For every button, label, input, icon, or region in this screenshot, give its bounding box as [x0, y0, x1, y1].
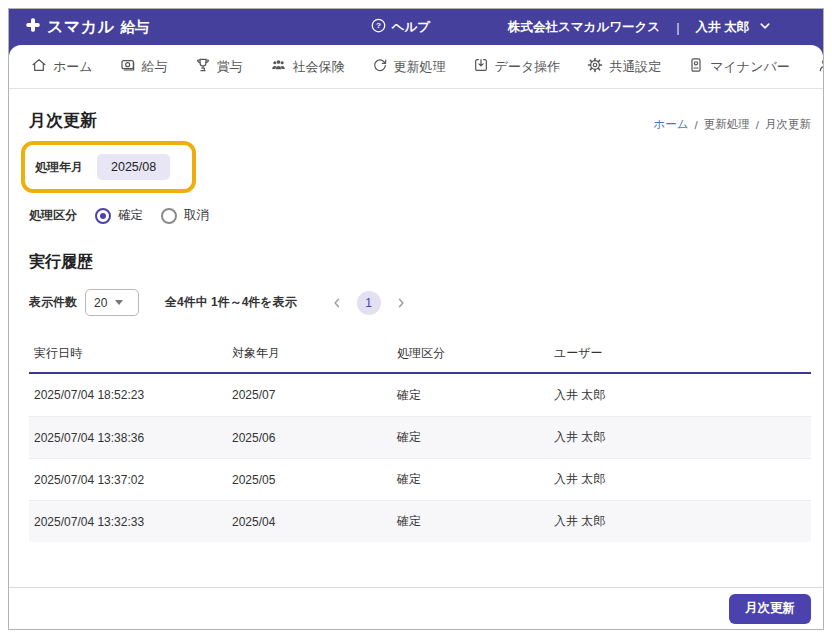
nav-item-label: 共通設定 — [609, 58, 661, 76]
per-page-value: 20 — [94, 296, 107, 310]
radio-confirm[interactable]: 確定 — [95, 207, 143, 224]
table-row[interactable]: 2025/07/04 13:32:33 2025/04 確定 入井 太郎 — [29, 500, 811, 542]
nav-item-home[interactable]: ホーム — [31, 57, 93, 76]
cell-user: 入井 太郎 — [549, 513, 811, 530]
nav-item-label: マイナンバー — [710, 58, 790, 76]
app-header: スマカル 給与 ? ヘルプ 株式会社スマカルワークス | 入井 太郎 — [9, 9, 823, 45]
breadcrumb-separator: / — [695, 119, 698, 131]
nav-item-label: ホーム — [53, 58, 93, 76]
nav-item-label: 更新処理 — [394, 58, 446, 76]
period-label: 処理年月 — [35, 159, 83, 176]
cell-user: 入井 太郎 — [549, 471, 811, 488]
col-header-datetime: 実行日時 — [29, 345, 227, 362]
cell-category: 確定 — [392, 513, 549, 530]
chevron-down-icon — [759, 20, 771, 35]
social-insurance-people-icon — [270, 57, 287, 76]
range-text: 全4件中 1件～4件を表示 — [165, 294, 297, 311]
cell-target-month: 2025/04 — [227, 515, 392, 529]
col-header-target-month: 対象年月 — [227, 345, 392, 362]
breadcrumb: ホーム / 更新処理 / 月次更新 — [654, 117, 811, 132]
breadcrumb-current: 月次更新 — [765, 117, 811, 132]
nav-item-label: 社会保険 — [293, 58, 345, 76]
user-menu[interactable]: 入井 太郎 — [696, 19, 771, 36]
breadcrumb-separator: / — [756, 119, 759, 131]
refresh-icon — [372, 57, 388, 76]
col-header-category: 処理区分 — [392, 345, 549, 362]
cell-category: 確定 — [392, 387, 549, 404]
nav-item-social-insurance[interactable]: 社会保険 — [270, 57, 345, 76]
col-header-user: ユーザー — [549, 345, 811, 362]
per-page-label: 表示件数 — [29, 294, 77, 311]
page-number-button[interactable]: 1 — [357, 291, 381, 315]
cell-target-month: 2025/06 — [227, 431, 392, 445]
gear-icon — [587, 57, 603, 76]
data-download-icon — [473, 57, 489, 76]
nav-bar: ホーム 給与 賞与 社会保険 更新処理 データ操作 — [9, 45, 823, 89]
help-icon: ? — [371, 18, 386, 36]
page-next-button[interactable] — [395, 297, 407, 309]
radio-cancel[interactable]: 取消 — [161, 207, 209, 224]
nav-item-label: 賞与 — [217, 58, 243, 76]
help-label: ヘルプ — [392, 19, 430, 36]
help-button[interactable]: ? ヘルプ — [371, 18, 430, 36]
table-row[interactable]: 2025/07/04 13:38:36 2025/06 確定 入井 太郎 — [29, 416, 811, 458]
logo-brand-text: スマカル — [47, 17, 115, 38]
breadcrumb-home-link[interactable]: ホーム — [654, 117, 689, 132]
cell-datetime: 2025/07/04 13:37:02 — [29, 473, 227, 487]
nav-bar-wrap: ホーム 給与 賞与 社会保険 更新処理 データ操作 — [9, 45, 823, 89]
app-logo[interactable]: スマカル 給与 — [25, 17, 150, 38]
nav-item-data-operations[interactable]: データ操作 — [473, 57, 561, 76]
list-controls: 表示件数 20 全4件中 1件～4件を表示 1 — [29, 289, 811, 316]
svg-text:?: ? — [376, 21, 381, 30]
table-header-row: 実行日時 対象年月 処理区分 ユーザー — [29, 334, 811, 374]
cell-user: 入井 太郎 — [549, 387, 811, 404]
person-icon — [817, 57, 824, 76]
cell-target-month: 2025/05 — [227, 473, 392, 487]
home-icon — [31, 57, 47, 76]
select-caret-icon — [115, 300, 123, 305]
nav-item-admin[interactable]: 管理 — [817, 57, 824, 76]
radio-confirm-label: 確定 — [118, 207, 143, 224]
table-row[interactable]: 2025/07/04 13:37:02 2025/05 確定 入井 太郎 — [29, 458, 811, 500]
pagination: 1 — [331, 291, 407, 315]
cell-category: 確定 — [392, 471, 549, 488]
company-name: 株式会社スマカルワークス — [508, 19, 660, 36]
history-table: 実行日時 対象年月 処理区分 ユーザー 2025/07/04 18:52:23 … — [29, 334, 811, 542]
action-footer: 月次更新 — [9, 587, 823, 629]
period-value-chip[interactable]: 2025/08 — [97, 154, 170, 180]
cell-datetime: 2025/07/04 13:32:33 — [29, 515, 227, 529]
app-window: スマカル 給与 ? ヘルプ 株式会社スマカルワークス | 入井 太郎 — [8, 8, 824, 630]
nav-item-update[interactable]: 更新処理 — [372, 57, 446, 76]
id-card-icon — [688, 57, 704, 76]
cell-datetime: 2025/07/04 13:38:36 — [29, 431, 227, 445]
logo-product-text: 給与 — [121, 18, 150, 37]
plus-logo-icon — [25, 17, 41, 37]
cell-category: 確定 — [392, 429, 549, 446]
nav-item-payroll[interactable]: 給与 — [120, 57, 168, 76]
nav-item-label: データ操作 — [495, 58, 561, 76]
user-name: 入井 太郎 — [696, 19, 749, 36]
page-prev-button[interactable] — [331, 297, 343, 309]
nav-item-bonus[interactable]: 賞与 — [195, 57, 243, 76]
bonus-trophy-icon — [195, 57, 211, 76]
nav-item-label: 給与 — [142, 58, 168, 76]
cell-user: 入井 太郎 — [549, 429, 811, 446]
radio-confirm-circle[interactable] — [95, 208, 111, 224]
radio-cancel-label: 取消 — [184, 207, 209, 224]
category-row: 処理区分 確定 取消 — [29, 207, 811, 224]
monthly-update-button[interactable]: 月次更新 — [729, 594, 811, 624]
per-page-select[interactable]: 20 — [85, 289, 139, 316]
history-section-title: 実行履歴 — [29, 252, 811, 273]
category-label: 処理区分 — [29, 207, 77, 224]
table-row[interactable]: 2025/07/04 18:52:23 2025/07 確定 入井 太郎 — [29, 374, 811, 416]
main-content: 月次更新 ホーム / 更新処理 / 月次更新 処理年月 2025/08 処理区分… — [9, 89, 823, 629]
payroll-icon — [120, 57, 136, 76]
cell-datetime: 2025/07/04 18:52:23 — [29, 388, 227, 402]
radio-cancel-circle[interactable] — [161, 208, 177, 224]
cell-target-month: 2025/07 — [227, 388, 392, 402]
header-divider: | — [676, 20, 679, 35]
nav-item-mynumber[interactable]: マイナンバー — [688, 57, 790, 76]
nav-item-settings[interactable]: 共通設定 — [587, 57, 661, 76]
breadcrumb-parent: 更新処理 — [704, 117, 750, 132]
highlight-annotation-box: 処理年月 2025/08 — [21, 141, 196, 193]
